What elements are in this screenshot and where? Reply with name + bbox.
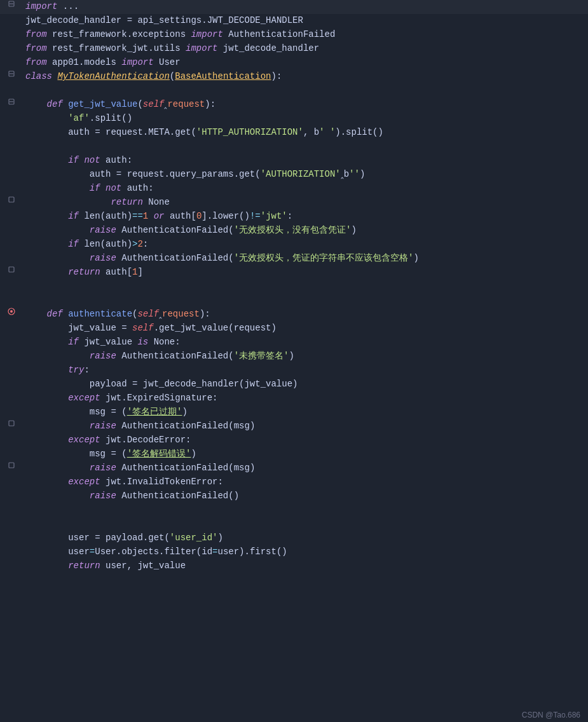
code-tokens: if not auth:: [23, 182, 588, 196]
code-line: except jwt.InvalidTokenError:: [0, 475, 588, 489]
attribution-text: CSDN @Tao.686: [522, 711, 580, 719]
code-line: class MyTokenAuthentication(BaseAuthenti…: [0, 70, 588, 84]
code-tokens: msg = ('签名解码错误'): [23, 447, 588, 461]
code-line: auth = request.query_params.get('AUTHORI…: [0, 168, 588, 182]
bottom-bar: CSDN @Tao.686: [514, 708, 588, 722]
code-tokens: from app01.models import User: [23, 56, 588, 70]
code-tokens: if len(auth)==1 or auth[0].lower()!='jwt…: [23, 210, 588, 224]
code-tokens: def get_jwt_value(self‸request):: [23, 98, 588, 112]
code-line: raise AuthenticationFailed(msg): [0, 461, 588, 475]
code-tokens: user = payload.get('user_id'): [23, 531, 588, 545]
code-tokens: except jwt.DecodeError:: [23, 433, 588, 447]
code-line: from rest_framework_jwt.utils import jwt…: [0, 42, 588, 56]
code-line: try:: [0, 364, 588, 378]
code-tokens: auth = request.query_params.get('AUTHORI…: [23, 168, 588, 182]
code-editor: import ...jwt_decode_handler = api_setti…: [0, 0, 588, 573]
code-line: user = payload.get('user_id'): [0, 531, 588, 545]
svg-point-9: [10, 310, 13, 313]
code-tokens: jwt_decode_handler = api_settings.JWT_DE…: [23, 14, 588, 28]
code-tokens: raise AuthenticationFailed(): [23, 489, 588, 503]
code-line: if not auth:: [0, 154, 588, 168]
code-line: [0, 517, 588, 531]
code-tokens: except jwt.ExpiredSignature:: [23, 392, 588, 405]
gutter-cell: [0, 196, 23, 203]
code-tokens: if not auth:: [23, 154, 588, 168]
code-tokens: import ...: [23, 0, 588, 14]
code-tokens: return None: [23, 196, 588, 210]
code-line: [0, 140, 588, 154]
code-line: msg = ('签名已过期'): [0, 405, 588, 419]
code-tokens: from rest_framework.exceptions import Au…: [23, 28, 588, 42]
gutter-cell: [0, 308, 23, 315]
code-tokens: try:: [23, 364, 588, 378]
code-tokens: def authenticate(self‸request):: [23, 308, 588, 322]
code-tokens: class MyTokenAuthentication(BaseAuthenti…: [23, 70, 588, 84]
code-line: import ...: [0, 0, 588, 14]
code-line: from rest_framework.exceptions import Au…: [0, 28, 588, 42]
code-tokens: raise AuthenticationFailed('未携带签名'): [23, 350, 588, 364]
code-line: if jwt_value is None:: [0, 336, 588, 350]
code-line: [0, 503, 588, 517]
code-line: jwt_value = self.get_jwt_value(request): [0, 322, 588, 336]
code-tokens: return user, jwt_value: [23, 559, 588, 573]
code-line: except jwt.ExpiredSignature:: [0, 392, 588, 405]
code-tokens: raise AuthenticationFailed('无效授权头，凭证的字符串…: [23, 252, 588, 266]
fold-open-icon[interactable]: [8, 70, 15, 78]
fold-open-icon[interactable]: [8, 98, 15, 106]
gutter-cell: [0, 0, 23, 8]
code-line: def get_jwt_value(self‸request):: [0, 98, 588, 112]
code-line: [0, 280, 588, 294]
code-line: return auth[1]: [0, 266, 588, 280]
code-line: except jwt.DecodeError:: [0, 433, 588, 447]
code-tokens: user=User.objects.filter(id=user).first(…: [23, 545, 588, 559]
code-line: raise AuthenticationFailed(msg): [0, 419, 588, 433]
code-line: if len(auth)==1 or auth[0].lower()!='jwt…: [0, 210, 588, 224]
gutter-cell: [0, 419, 23, 427]
code-tokens: msg = ('签名已过期'): [23, 405, 588, 419]
code-line: return None: [0, 196, 588, 210]
code-line: return user, jwt_value: [0, 559, 588, 573]
code-line: [0, 294, 588, 308]
code-line: from app01.models import User: [0, 56, 588, 70]
code-tokens: jwt_value = self.get_jwt_value(request): [23, 322, 588, 336]
svg-rect-11: [9, 463, 14, 468]
gutter-cell: [0, 266, 23, 273]
code-line: [0, 84, 588, 98]
code-line: auth = request.META.get('HTTP_AUTHORIZAT…: [0, 126, 588, 140]
code-tokens: payload = jwt_decode_handler(jwt_value): [23, 378, 588, 392]
fold-open-icon[interactable]: [8, 0, 15, 8]
code-tokens: 'af'.split(): [23, 112, 588, 126]
svg-rect-10: [9, 421, 14, 426]
code-line: 'af'.split(): [0, 112, 588, 126]
code-line: def authenticate(self‸request):: [0, 308, 588, 322]
fold-close-icon[interactable]: [8, 461, 15, 469]
code-line: jwt_decode_handler = api_settings.JWT_DE…: [0, 14, 588, 28]
fold-close-icon[interactable]: [8, 266, 15, 273]
gutter-cell: [0, 98, 23, 106]
fold-close-icon[interactable]: [8, 196, 15, 203]
code-line: msg = ('签名解码错误'): [0, 447, 588, 461]
code-tokens: return auth[1]: [23, 266, 588, 280]
code-line: raise AuthenticationFailed('未携带签名'): [0, 350, 588, 364]
code-line: if not auth:: [0, 182, 588, 196]
code-tokens: raise AuthenticationFailed(msg): [23, 419, 588, 433]
code-line: raise AuthenticationFailed(): [0, 489, 588, 503]
svg-rect-7: [9, 267, 14, 272]
fold-close-icon[interactable]: [8, 419, 15, 427]
code-tokens: if jwt_value is None:: [23, 336, 588, 350]
code-tokens: raise AuthenticationFailed(msg): [23, 461, 588, 475]
code-line: user=User.objects.filter(id=user).first(…: [0, 545, 588, 559]
code-line: raise AuthenticationFailed('无效授权头，凭证的字符串…: [0, 252, 588, 266]
special-icon[interactable]: [8, 308, 15, 315]
code-line: raise AuthenticationFailed('无效授权头，没有包含凭证…: [0, 224, 588, 238]
gutter-cell: [0, 70, 23, 78]
code-tokens: except jwt.InvalidTokenError:: [23, 475, 588, 489]
code-line: payload = jwt_decode_handler(jwt_value): [0, 378, 588, 392]
code-tokens: from rest_framework_jwt.utils import jwt…: [23, 42, 588, 56]
gutter-cell: [0, 461, 23, 469]
svg-rect-6: [9, 197, 14, 202]
code-tokens: auth = request.META.get('HTTP_AUTHORIZAT…: [23, 126, 588, 140]
code-tokens: if len(auth)>2:: [23, 238, 588, 252]
code-tokens: raise AuthenticationFailed('无效授权头，没有包含凭证…: [23, 224, 588, 238]
code-line: if len(auth)>2:: [0, 238, 588, 252]
